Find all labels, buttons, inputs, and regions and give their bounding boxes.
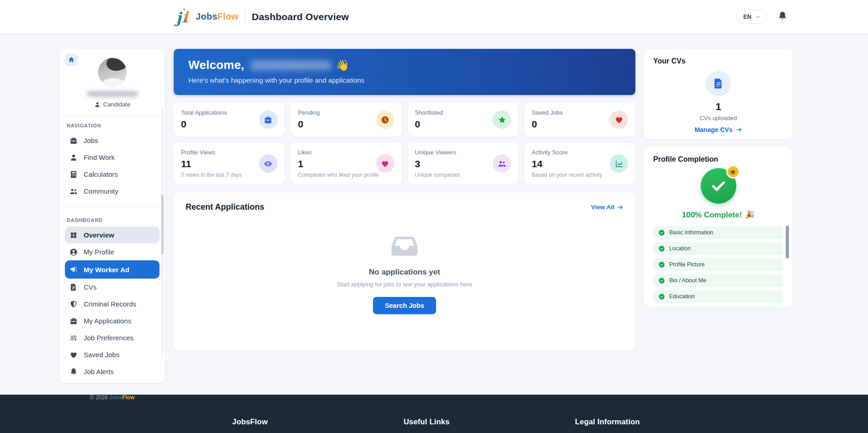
checklist-item: Education — [653, 290, 783, 303]
sidebar-item-jobs[interactable]: Jobs — [65, 132, 160, 149]
checklist-item-label: Education — [669, 293, 695, 300]
notifications-button[interactable] — [777, 11, 789, 23]
star-icon — [493, 111, 511, 129]
sidebar-divider — [65, 206, 160, 206]
user-role: Candidate — [94, 101, 130, 108]
footer-brand-title: JobsFlow — [232, 417, 383, 426]
stat-caption: Companies who liked your profile — [298, 172, 394, 178]
sidebar-item-saved-jobs[interactable]: Saved Jobs — [65, 346, 160, 363]
stat-card-pending[interactable]: Pending 0 — [291, 103, 402, 137]
jobsflow-logo[interactable]: jf JobsFlow — [176, 8, 239, 26]
main-content: Welcome, 👋 Here's what's happening with … — [174, 49, 635, 351]
footer-brand-column: JobsFlow Find your dream job or the perf… — [232, 417, 383, 433]
sidebar-item-job-preferences[interactable]: Job Preferences — [65, 329, 160, 346]
language-selector[interactable]: EN — [736, 10, 767, 24]
empty-state-subtitle: Start applying for jobs to see your appl… — [337, 281, 472, 288]
manage-cvs-label: Manage CVs — [694, 126, 732, 133]
sidebar-item-overview[interactable]: Overview — [65, 227, 160, 243]
person-icon — [69, 153, 78, 162]
view-all-link[interactable]: View All — [591, 204, 623, 211]
completion-status: 100% Complete!🎉 — [682, 210, 755, 220]
chevron-down-icon — [755, 14, 761, 20]
stat-card-likes[interactable]: Likes 1 Companies who liked your profile — [291, 143, 402, 185]
header-divider — [245, 9, 245, 25]
sidebar-item-find-work[interactable]: Find Work — [65, 149, 160, 166]
page-title: Dashboard Overview — [252, 11, 349, 22]
sidebar-item-community[interactable]: Community — [65, 183, 160, 200]
search-jobs-button[interactable]: Search Jobs — [373, 297, 436, 314]
cvs-count: 1 — [715, 101, 721, 113]
sidebar-item-label: CVs — [84, 283, 96, 291]
cvs-caption: CVs uploaded — [700, 115, 737, 121]
sidebar-item-label: My Applications — [84, 317, 131, 325]
right-panel: Your CVs 1 CVs uploaded Manage CVs Profi… — [644, 49, 793, 307]
grid-icon — [69, 231, 78, 239]
sliders-icon — [69, 334, 78, 342]
stat-caption: Based on your recent activity — [532, 172, 628, 178]
checklist-item: Basic Information — [653, 226, 783, 239]
profile-completion-title: Profile Completion — [653, 155, 783, 164]
profile-completion-card: Profile Completion 100% Complete!🎉 Basic… — [644, 147, 793, 307]
calculator-icon — [69, 170, 78, 179]
home-icon — [68, 56, 75, 63]
sidebar-item-label: Community — [84, 187, 118, 195]
sidebar-item-my-applications[interactable]: My Applications — [65, 312, 160, 329]
stat-card-profile-views[interactable]: Profile Views 11 0 views in the last 7 d… — [174, 143, 285, 185]
inbox-icon — [390, 232, 419, 260]
stat-card-unique-viewers[interactable]: Unique Viewers 3 Unique companies — [408, 143, 519, 185]
stat-card-saved-jobs[interactable]: Saved Jobs 0 — [524, 103, 635, 137]
checklist-item-label: Location — [669, 245, 691, 252]
completion-badge — [701, 168, 736, 204]
check-circle-icon — [658, 229, 665, 236]
sidebar: Candidate NAVIGATION Jobs Find Work Calc… — [59, 49, 165, 383]
stats-grid: Total Applications 0 Pending 0 Shortlist… — [174, 103, 635, 185]
sidebar-item-job-alerts[interactable]: Job Alerts — [65, 363, 160, 380]
language-value: EN — [743, 13, 751, 20]
stat-card-shortlisted[interactable]: Shortlisted 0 — [408, 103, 519, 137]
sidebar-item-label: Job Preferences — [84, 334, 133, 342]
briefcase-icon — [69, 317, 78, 325]
sidebar-item-calculators[interactable]: Calculators — [65, 166, 160, 183]
stat-label: Likes — [298, 149, 394, 156]
sidebar-item-label: Saved Jobs — [84, 351, 119, 359]
people-icon — [69, 187, 78, 195]
footer-links-title: Useful Links — [404, 417, 554, 426]
person-circle-icon — [69, 248, 78, 256]
heart-icon — [610, 111, 628, 129]
manage-cvs-link[interactable]: Manage CVs — [694, 126, 742, 133]
person-icon — [94, 101, 101, 108]
user-name-redacted — [87, 91, 138, 97]
checklist-scrollbar-thumb[interactable] — [786, 226, 789, 259]
wave-emoji: 👋 — [336, 59, 350, 72]
top-header: jf JobsFlow Dashboard Overview EN — [0, 0, 868, 33]
jobsflow-logo-icon: jf — [176, 8, 192, 26]
dashboard-heading: DASHBOARD — [65, 216, 160, 227]
checklist-item-label: Basic Information — [669, 229, 714, 236]
document-icon — [69, 283, 78, 291]
avatar[interactable] — [98, 58, 127, 86]
empty-state-title: No applications yet — [369, 268, 440, 277]
stat-card-total-applications[interactable]: Total Applications 0 — [174, 103, 285, 137]
checklist-item: Bio / About Me — [653, 274, 783, 287]
arrow-right-icon — [617, 204, 623, 211]
sidebar-scrollbar-thumb[interactable] — [161, 195, 164, 254]
your-cvs-card: Your CVs 1 CVs uploaded Manage CVs — [644, 49, 793, 139]
sidebar-item-criminal-records[interactable]: Criminal Records — [65, 296, 160, 312]
recent-applications-card: Recent Applications View All No applicat… — [174, 192, 635, 351]
jobsflow-logo-text: JobsFlow — [196, 11, 239, 22]
stat-card-activity-score[interactable]: Activity Score 14 Based on your recent a… — [524, 143, 635, 185]
people-icon — [493, 154, 511, 173]
your-cvs-title: Your CVs — [653, 57, 783, 65]
checklist-item: Location — [653, 242, 783, 255]
sidebar-item-cvs[interactable]: CVs — [65, 279, 160, 296]
checklist-item: Profile Picture — [653, 258, 783, 271]
sidebar-item-my-worker-ad[interactable]: My Worker Ad — [65, 260, 160, 279]
party-emoji: 🎉 — [745, 210, 755, 220]
stat-label: Unique Viewers — [415, 149, 511, 156]
role-label: Candidate — [103, 101, 130, 108]
stat-caption: 0 views in the last 7 days — [181, 172, 277, 178]
home-button[interactable] — [65, 53, 78, 66]
sidebar-item-label: Jobs — [84, 137, 98, 144]
sidebar-item-my-profile[interactable]: My Profile — [65, 243, 160, 260]
sidebar-item-label: Criminal Records — [84, 300, 136, 308]
